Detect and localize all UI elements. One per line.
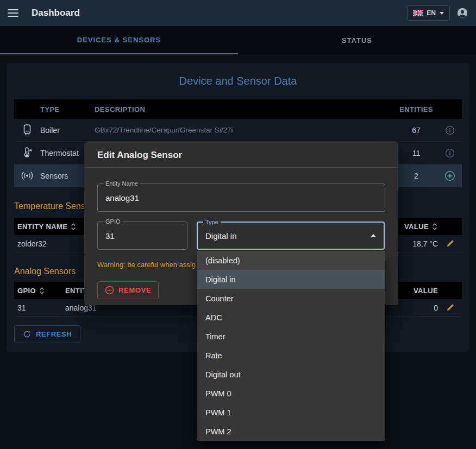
refresh-icon [23,330,31,338]
boiler-icon [22,124,32,136]
device-entities-count: 2 [414,172,418,180]
uk-flag-icon [413,10,423,16]
app-bar: Dashboard EN [0,0,476,26]
device-entities-count: 67 [412,126,421,135]
remove-icon [105,286,114,295]
svg-text:A: A [29,148,32,153]
tab-devices-sensors[interactable]: DEVICES & SENSORS [0,26,238,54]
thermostat-icon: A [22,147,33,159]
menu-icon[interactable] [8,9,18,17]
add-icon[interactable] [444,170,455,181]
entity-name-field[interactable]: Entity Name [97,184,385,212]
gpio-number: 31 [14,303,65,312]
sort-icon [70,223,77,231]
entity-name-input[interactable] [98,184,385,211]
tab-status[interactable]: STATUS [238,26,476,54]
col-description: DESCRIPTION [95,105,394,113]
dropdown-item[interactable]: PWM 0 [197,384,385,403]
device-entities-count: 11 [412,149,421,157]
page-title: Device and Sensor Data [14,63,462,87]
warning-text: Warning: be careful when assig [97,261,196,269]
divider [84,167,398,168]
sensors-icon [21,171,34,180]
type-select[interactable]: Type Digital in [197,222,385,250]
sensor-value: 18,7 °C [412,239,438,248]
remove-button[interactable]: REMOVE [97,281,159,299]
info-icon[interactable] [445,125,455,135]
col-type: TYPE [40,105,95,113]
appbar-right: EN [407,5,468,21]
table-row: Boiler GBx72/Trendline/Cerapur/Greenstar… [14,119,462,142]
sensor-value: 0 [434,303,438,312]
device-type: Boiler [40,126,95,135]
col-gpio[interactable]: GPIO [14,287,65,295]
dropdown-item[interactable]: ADC [197,308,385,327]
refresh-button[interactable]: REFRESH [14,325,80,343]
account-icon[interactable] [456,7,468,19]
tab-bar: DEVICES & SENSORS STATUS [0,26,476,54]
col-entities: ENTITIES [399,105,433,113]
edit-icon[interactable] [446,303,454,312]
col-value: VALUE [414,287,438,295]
gpio-input[interactable] [98,222,187,249]
dropdown-item[interactable]: Rate [197,346,385,365]
dropdown-item[interactable]: (disabled) [197,251,385,270]
type-label: Type [203,219,221,226]
language-label: EN [427,9,436,17]
devices-table-header: TYPE DESCRIPTION ENTITIES [14,99,462,119]
col-value[interactable]: VALUE [404,223,438,231]
chevron-down-icon [440,12,444,15]
info-icon[interactable] [445,148,455,158]
dropdown-item[interactable]: PWM 2 [197,422,385,441]
edit-icon[interactable] [446,239,454,248]
type-dropdown-menu: (disabled) Digital in Counter ADC Timer … [197,251,385,441]
device-description: GBx72/Trendline/Cerapur/Greenstar Si/27i [95,126,394,134]
sort-icon [39,287,45,295]
dropdown-item[interactable]: Timer [197,327,385,346]
type-selected-value: Digital in [205,231,237,241]
gpio-field[interactable]: GPIO [97,222,187,250]
dropdown-item-selected[interactable]: Digital in [197,270,385,289]
sort-icon [431,223,438,231]
dialog-title: Edit Analog Sensor [97,150,182,161]
language-selector[interactable]: EN [407,5,450,21]
chevron-up-icon [371,234,376,237]
dropdown-item[interactable]: Digital out [197,365,385,384]
dropdown-item[interactable]: PWM 1 [197,403,385,422]
dropdown-item[interactable]: Counter [197,289,385,308]
app-title: Dashboard [32,8,80,18]
